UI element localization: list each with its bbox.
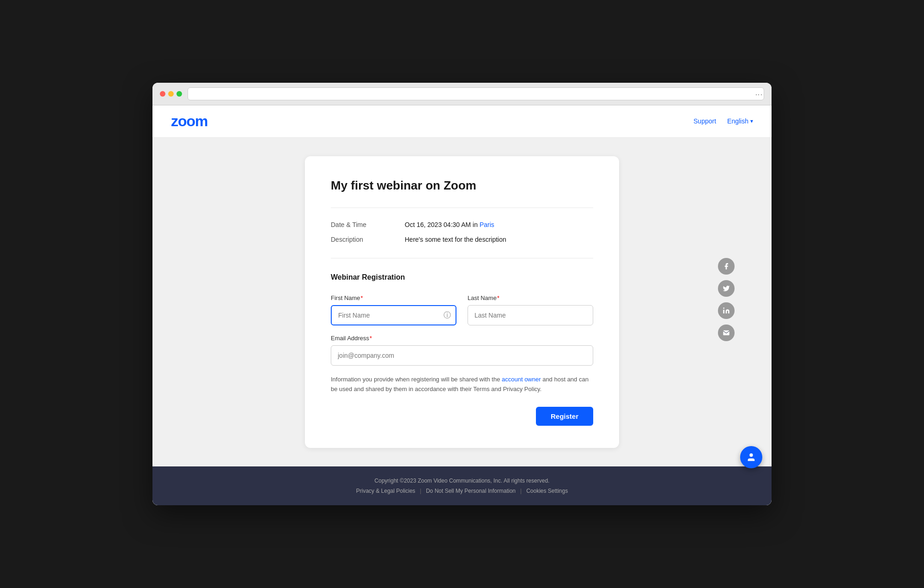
privacy-policy-link[interactable]: Privacy & Legal Policies: [356, 488, 415, 494]
close-button[interactable]: [160, 91, 165, 97]
separator-1: |: [420, 488, 421, 494]
first-name-input[interactable]: [331, 305, 456, 325]
minimize-button[interactable]: [168, 91, 174, 97]
privacy-notice: Information you provide when registering…: [331, 375, 593, 394]
email-group: Email Address*: [331, 335, 593, 366]
webinar-title: My first webinar on Zoom: [331, 178, 593, 193]
timezone-link[interactable]: Paris: [480, 221, 494, 228]
first-name-label: First Name*: [331, 294, 456, 301]
last-name-label: Last Name*: [468, 294, 593, 301]
footer-links: Privacy & Legal Policies | Do Not Sell M…: [171, 488, 753, 494]
facebook-icon[interactable]: [718, 258, 735, 275]
support-link[interactable]: Support: [693, 117, 716, 125]
registration-card: My first webinar on Zoom Date & Time Oct…: [305, 156, 619, 448]
form-footer: Register: [331, 407, 593, 426]
first-name-wrapper: ⓘ: [331, 305, 456, 325]
registration-title: Webinar Registration: [331, 273, 593, 282]
account-owner-link[interactable]: account owner: [502, 376, 541, 383]
last-name-required: *: [497, 294, 499, 301]
title-divider: [331, 208, 593, 208]
browser-window: ⋮ zoom Support English My first webinar …: [152, 83, 772, 506]
description-label: Description: [331, 236, 386, 243]
date-text: Oct 16, 2023 04:30 AM in: [405, 221, 480, 228]
address-bar[interactable]: [188, 87, 764, 100]
email-wrapper: [331, 345, 593, 366]
last-name-wrapper: [468, 305, 593, 325]
svg-point-1: [749, 453, 753, 457]
name-row: First Name* ⓘ Last Name*: [331, 294, 593, 325]
section-divider: [331, 258, 593, 258]
first-name-group: First Name* ⓘ: [331, 294, 456, 325]
date-value: Oct 16, 2023 04:30 AM in Paris: [405, 221, 494, 228]
language-selector[interactable]: English: [727, 117, 753, 125]
browser-chrome: [152, 83, 772, 105]
header-nav: Support English: [693, 117, 753, 125]
twitter-icon[interactable]: [718, 280, 735, 297]
register-button[interactable]: Register: [536, 407, 593, 426]
svg-point-0: [723, 307, 724, 309]
separator-2: |: [520, 488, 522, 494]
date-label: Date & Time: [331, 221, 386, 228]
zoom-logo: zoom: [171, 113, 208, 130]
last-name-group: Last Name*: [468, 294, 593, 325]
browser-menu-dots[interactable]: ⋮: [755, 91, 762, 99]
social-sidebar: [718, 258, 735, 341]
webinar-info: Date & Time Oct 16, 2023 04:30 AM in Par…: [331, 221, 593, 243]
email-input[interactable]: [331, 345, 593, 366]
first-name-required: *: [361, 294, 363, 301]
window-controls: [160, 91, 182, 97]
last-name-input[interactable]: [468, 305, 593, 325]
description-row: Description Here's some text for the des…: [331, 236, 593, 243]
cookies-settings-link[interactable]: Cookies Settings: [526, 488, 568, 494]
linkedin-icon[interactable]: [718, 302, 735, 319]
maximize-button[interactable]: [176, 91, 182, 97]
chat-button[interactable]: [740, 446, 762, 468]
site-header: zoom Support English: [152, 105, 772, 138]
main-content: My first webinar on Zoom Date & Time Oct…: [152, 138, 772, 467]
page-background: zoom Support English My first webinar on…: [152, 105, 772, 506]
date-row: Date & Time Oct 16, 2023 04:30 AM in Par…: [331, 221, 593, 228]
email-label: Email Address*: [331, 335, 593, 342]
email-required: *: [370, 335, 372, 342]
email-icon[interactable]: [718, 325, 735, 341]
do-not-sell-link[interactable]: Do Not Sell My Personal Information: [426, 488, 516, 494]
site-footer: Copyright ©2023 Zoom Video Communication…: [152, 466, 772, 505]
copyright-text: Copyright ©2023 Zoom Video Communication…: [171, 478, 753, 484]
description-value: Here's some text for the description: [405, 236, 506, 243]
info-icon: ⓘ: [444, 310, 451, 320]
